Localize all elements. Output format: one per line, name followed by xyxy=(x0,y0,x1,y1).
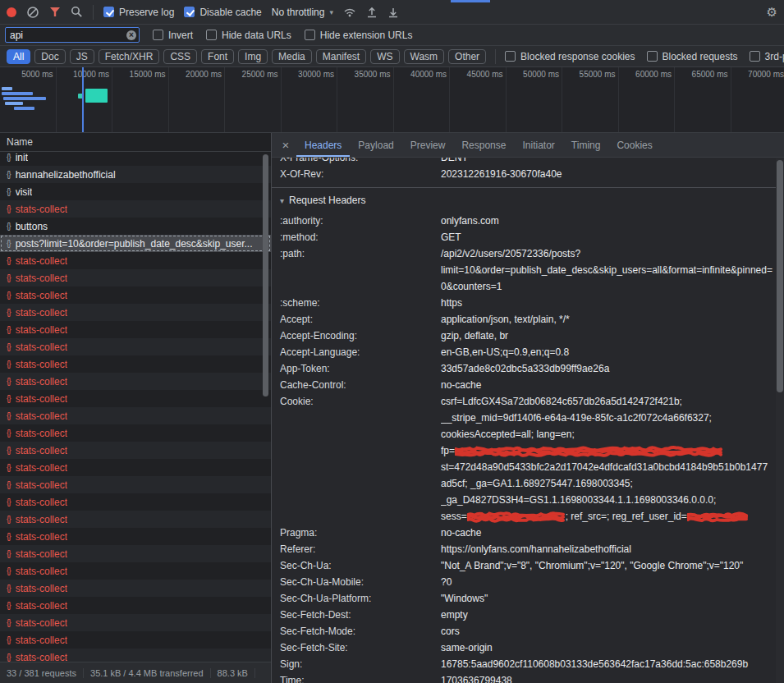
type-filter-manifest[interactable]: Manifest xyxy=(316,49,366,64)
request-headers-section-header[interactable]: ▾ Request Headers xyxy=(280,188,784,213)
close-details-button[interactable]: × xyxy=(275,133,296,157)
type-filter-img[interactable]: Img xyxy=(238,49,268,64)
request-row[interactable]: {}stats-collect xyxy=(0,200,271,218)
request-row[interactable]: {}stats-collect xyxy=(0,286,271,304)
file-icon: {} xyxy=(7,480,11,489)
request-row[interactable]: {}stats-collect xyxy=(0,252,271,269)
request-row[interactable]: {}stats-collect xyxy=(0,614,271,631)
type-filter-media[interactable]: Media xyxy=(272,49,312,64)
file-icon: {} xyxy=(7,515,11,524)
clear-network-log-button[interactable] xyxy=(26,6,39,19)
invert-toggle[interactable]: Invert xyxy=(153,30,193,41)
request-row[interactable]: {}buttons xyxy=(0,218,271,235)
type-filter-other[interactable]: Other xyxy=(448,49,486,64)
type-filter-css[interactable]: CSS xyxy=(163,49,197,64)
clear-filter-icon[interactable]: × xyxy=(126,30,136,40)
header-name: :scheme: xyxy=(280,295,441,311)
request-row[interactable]: {}stats-collect xyxy=(0,338,271,355)
checkbox-unchecked-icon xyxy=(750,51,760,62)
request-row[interactable]: {}stats-collect xyxy=(0,631,271,649)
tab-preview[interactable]: Preview xyxy=(402,133,454,157)
disable-cache-toggle[interactable]: Disable cache xyxy=(184,7,261,18)
request-row[interactable]: {}stats-collect xyxy=(0,321,271,338)
request-row[interactable]: {}stats-collect xyxy=(0,476,271,493)
header-value-text: csrf=LdfcGX4Sa72db06824c657db26a5d142472… xyxy=(441,396,682,407)
header-row: Sign:16785:5aad9602cf110608b03133de56364… xyxy=(280,656,784,672)
type-filter-wasm[interactable]: Wasm xyxy=(404,49,445,64)
export-har-button[interactable] xyxy=(387,7,399,18)
request-row[interactable]: {}stats-collect xyxy=(0,373,271,390)
checkbox-unchecked-icon xyxy=(153,30,163,40)
hide-data-urls-toggle[interactable]: Hide data URLs xyxy=(206,30,291,41)
details-scrollbar[interactable] xyxy=(776,158,784,683)
waterfall-bar xyxy=(85,89,108,103)
request-headers-list: :authority:onlyfans.com:method:GET:path:… xyxy=(280,213,784,683)
tab-response[interactable]: Response xyxy=(453,133,514,157)
type-filter-ws[interactable]: WS xyxy=(370,49,399,64)
filter-checkbox-blocked-response-cookies[interactable]: Blocked response cookies xyxy=(505,51,635,62)
throttling-dropdown[interactable]: No throttling ▾ xyxy=(272,7,333,18)
type-filter-all[interactable]: All xyxy=(7,49,30,64)
preserve-log-toggle[interactable]: Preserve log xyxy=(103,7,174,18)
type-filter-js[interactable]: JS xyxy=(70,49,94,64)
request-row[interactable]: {}stats-collect xyxy=(0,545,271,562)
request-headers-title: Request Headers xyxy=(289,195,365,206)
request-row[interactable]: {}stats-collect xyxy=(0,424,271,442)
request-row[interactable]: {}stats-collect xyxy=(0,597,271,614)
filter-checkbox-blocked-requests[interactable]: Blocked requests xyxy=(647,51,738,62)
request-row[interactable]: {}posts?limit=10&order=publish_date_desc… xyxy=(0,235,271,252)
checkbox-label: Blocked response cookies xyxy=(520,51,635,62)
request-row[interactable]: {}init xyxy=(0,152,271,166)
tab-cookies[interactable]: Cookies xyxy=(608,133,660,157)
scrollbar-thumb[interactable] xyxy=(777,160,783,392)
header-row: :authority:onlyfans.com xyxy=(280,213,784,229)
name-column-header[interactable]: Name xyxy=(0,133,271,152)
timeline-overview[interactable]: 5000 ms10000 ms15000 ms20000 ms25000 ms3… xyxy=(0,67,784,133)
timeline-marker-line xyxy=(82,67,84,132)
record-button[interactable] xyxy=(7,7,16,17)
header-row: Sec-Ch-Ua-Platform:"Windows" xyxy=(280,590,784,607)
header-row: Referer:https://onlyfans.com/hannaheliza… xyxy=(280,541,784,557)
request-row[interactable]: {}stats-collect xyxy=(0,355,271,373)
request-row[interactable]: {}stats-collect xyxy=(0,580,271,597)
import-har-button[interactable] xyxy=(366,7,378,18)
request-row[interactable]: {}stats-collect xyxy=(0,493,271,511)
filter-checkbox-3rd-party-requests[interactable]: 3rd-party requests xyxy=(750,51,784,62)
request-row[interactable]: {}stats-collect xyxy=(0,459,271,476)
file-icon: {} xyxy=(7,222,11,231)
request-row[interactable]: {}stats-collect xyxy=(0,649,271,662)
request-row[interactable]: {}stats-collect xyxy=(0,269,271,286)
search-button[interactable] xyxy=(71,6,83,18)
timeline-tick: 15000 ms xyxy=(112,67,169,132)
request-row[interactable]: {}stats-collect xyxy=(0,562,271,580)
request-list-scrollbar[interactable] xyxy=(262,153,269,661)
request-row[interactable]: {}hannahelizabethofficial xyxy=(0,166,271,183)
request-name: stats-collect xyxy=(16,290,67,301)
request-row[interactable]: {}stats-collect xyxy=(0,511,271,528)
type-filter-font[interactable]: Font xyxy=(201,49,234,64)
filter-button[interactable] xyxy=(49,7,61,17)
header-row: Sec-Fetch-Dest:empty xyxy=(280,607,784,623)
hide-extension-urls-toggle[interactable]: Hide extension URLs xyxy=(305,30,413,41)
tab-timing[interactable]: Timing xyxy=(563,133,609,157)
header-name: :authority: xyxy=(280,213,441,229)
tab-headers[interactable]: Headers xyxy=(296,133,350,157)
request-row[interactable]: {}stats-collect xyxy=(0,528,271,545)
network-conditions-button[interactable] xyxy=(343,7,356,17)
type-filter-doc[interactable]: Doc xyxy=(34,49,65,64)
request-row[interactable]: {}stats-collect xyxy=(0,442,271,459)
scrollbar-thumb[interactable] xyxy=(263,154,268,397)
tab-payload[interactable]: Payload xyxy=(350,133,401,157)
header-value: same-origin xyxy=(441,639,784,656)
header-name: Sec-Ch-Ua-Mobile: xyxy=(280,574,441,590)
type-filter-fetch-xhr[interactable]: Fetch/XHR xyxy=(99,49,160,64)
file-icon: {} xyxy=(7,549,11,558)
header-name: :path: xyxy=(280,245,441,295)
request-row[interactable]: {}visit xyxy=(0,183,271,200)
request-row[interactable]: {}stats-collect xyxy=(0,390,271,407)
request-row[interactable]: {}stats-collect xyxy=(0,304,271,321)
settings-button[interactable]: ⚙ xyxy=(767,6,777,18)
request-row[interactable]: {}stats-collect xyxy=(0,407,271,424)
tab-initiator[interactable]: Initiator xyxy=(514,133,562,157)
filter-input[interactable] xyxy=(10,30,126,41)
